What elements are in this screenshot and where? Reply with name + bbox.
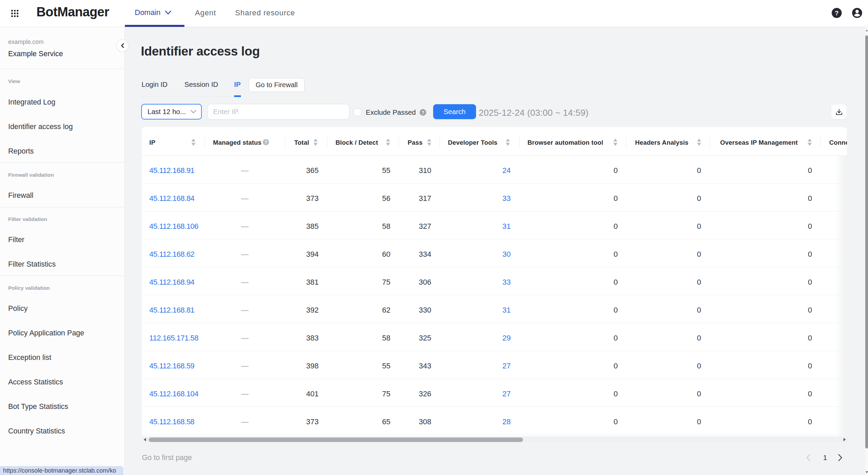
svg-text:?: ? (265, 140, 267, 145)
svg-text:?: ? (835, 10, 839, 17)
svg-text:?: ? (422, 110, 424, 115)
